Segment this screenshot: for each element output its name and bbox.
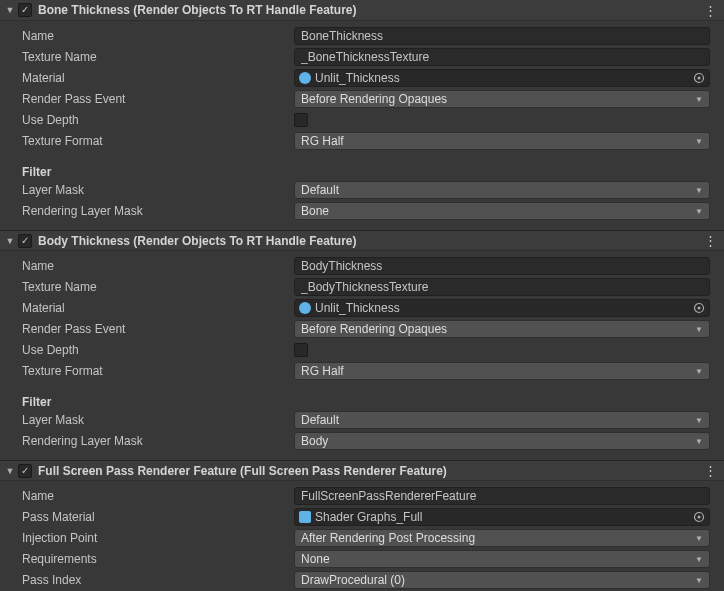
enable-checkbox[interactable] <box>18 464 32 478</box>
foldout-arrow-icon[interactable]: ▼ <box>4 4 16 16</box>
pass-material-object-field[interactable]: Shader Graphs_Full <box>294 508 710 526</box>
section-header-bone-thickness[interactable]: ▼ Bone Thickness (Render Objects To RT H… <box>0 0 724 21</box>
chevron-down-icon: ▼ <box>695 325 703 334</box>
section-header-full-screen-pass[interactable]: ▼ Full Screen Pass Renderer Feature (Ful… <box>0 460 724 481</box>
layer-mask-label: Layer Mask <box>14 413 294 427</box>
rendering-layer-mask-label: Rendering Layer Mask <box>14 434 294 448</box>
pass-index-dropdown[interactable]: DrawProcedural (0) ▼ <box>294 571 710 589</box>
dropdown-value: Before Rendering Opaques <box>301 92 695 106</box>
texture-name-input[interactable] <box>294 48 710 66</box>
layer-mask-dropdown[interactable]: Default ▼ <box>294 411 710 429</box>
svg-point-1 <box>698 77 701 80</box>
texture-format-label: Texture Format <box>14 134 294 148</box>
kebab-menu-icon[interactable]: ⋮ <box>702 233 718 248</box>
foldout-arrow-icon[interactable]: ▼ <box>4 235 16 247</box>
injection-point-dropdown[interactable]: After Rendering Post Processing ▼ <box>294 529 710 547</box>
enable-checkbox[interactable] <box>18 234 32 248</box>
requirements-dropdown[interactable]: None ▼ <box>294 550 710 568</box>
texture-name-label: Texture Name <box>14 50 294 64</box>
dropdown-value: RG Half <box>301 364 695 378</box>
filter-heading: Filter <box>14 165 51 179</box>
name-label: Name <box>14 29 294 43</box>
layer-mask-dropdown[interactable]: Default ▼ <box>294 181 710 199</box>
dropdown-value: Before Rendering Opaques <box>301 322 695 336</box>
chevron-down-icon: ▼ <box>695 95 703 104</box>
kebab-menu-icon[interactable]: ⋮ <box>702 3 718 18</box>
rendering-layer-mask-dropdown[interactable]: Bone ▼ <box>294 202 710 220</box>
pass-index-label: Pass Index <box>14 573 294 587</box>
rendering-layer-mask-label: Rendering Layer Mask <box>14 204 294 218</box>
material-object-field[interactable]: Unlit_Thickness <box>294 299 710 317</box>
use-depth-checkbox[interactable] <box>294 113 308 127</box>
object-picker-icon[interactable] <box>691 509 707 525</box>
material-value: Unlit_Thickness <box>315 71 691 85</box>
use-depth-label: Use Depth <box>14 113 294 127</box>
svg-point-3 <box>698 307 701 310</box>
name-input[interactable] <box>294 27 710 45</box>
name-input[interactable] <box>294 257 710 275</box>
material-value: Unlit_Thickness <box>315 301 691 315</box>
svg-point-5 <box>698 516 701 519</box>
dropdown-value: Default <box>301 413 695 427</box>
chevron-down-icon: ▼ <box>695 534 703 543</box>
chevron-down-icon: ▼ <box>695 437 703 446</box>
dropdown-value: RG Half <box>301 134 695 148</box>
use-depth-label: Use Depth <box>14 343 294 357</box>
use-depth-checkbox[interactable] <box>294 343 308 357</box>
requirements-label: Requirements <box>14 552 294 566</box>
section-title: Bone Thickness (Render Objects To RT Han… <box>36 3 702 17</box>
object-picker-icon[interactable] <box>691 70 707 86</box>
render-pass-event-dropdown[interactable]: Before Rendering Opaques ▼ <box>294 90 710 108</box>
chevron-down-icon: ▼ <box>695 576 703 585</box>
section-title: Body Thickness (Render Objects To RT Han… <box>36 234 702 248</box>
material-icon <box>299 72 311 84</box>
texture-format-dropdown[interactable]: RG Half ▼ <box>294 362 710 380</box>
dropdown-value: Body <box>301 434 695 448</box>
material-label: Material <box>14 71 294 85</box>
section-title: Full Screen Pass Renderer Feature (Full … <box>36 464 702 478</box>
texture-name-input[interactable] <box>294 278 710 296</box>
dropdown-value: DrawProcedural (0) <box>301 573 695 587</box>
chevron-down-icon: ▼ <box>695 367 703 376</box>
material-icon <box>299 302 311 314</box>
pass-material-value: Shader Graphs_Full <box>315 510 691 524</box>
dropdown-value: After Rendering Post Processing <box>301 531 695 545</box>
name-label: Name <box>14 259 294 273</box>
chevron-down-icon: ▼ <box>695 207 703 216</box>
texture-name-label: Texture Name <box>14 280 294 294</box>
enable-checkbox[interactable] <box>18 3 32 17</box>
section-header-body-thickness[interactable]: ▼ Body Thickness (Render Objects To RT H… <box>0 230 724 251</box>
object-picker-icon[interactable] <box>691 300 707 316</box>
material-icon <box>299 511 311 523</box>
render-pass-event-dropdown[interactable]: Before Rendering Opaques ▼ <box>294 320 710 338</box>
pass-material-label: Pass Material <box>14 510 294 524</box>
chevron-down-icon: ▼ <box>695 555 703 564</box>
dropdown-value: Default <box>301 183 695 197</box>
texture-format-label: Texture Format <box>14 364 294 378</box>
kebab-menu-icon[interactable]: ⋮ <box>702 463 718 478</box>
texture-format-dropdown[interactable]: RG Half ▼ <box>294 132 710 150</box>
material-object-field[interactable]: Unlit_Thickness <box>294 69 710 87</box>
name-input[interactable] <box>294 487 710 505</box>
dropdown-value: None <box>301 552 695 566</box>
name-label: Name <box>14 489 294 503</box>
rendering-layer-mask-dropdown[interactable]: Body ▼ <box>294 432 710 450</box>
render-pass-event-label: Render Pass Event <box>14 322 294 336</box>
layer-mask-label: Layer Mask <box>14 183 294 197</box>
foldout-arrow-icon[interactable]: ▼ <box>4 465 16 477</box>
dropdown-value: Bone <box>301 204 695 218</box>
injection-point-label: Injection Point <box>14 531 294 545</box>
filter-heading: Filter <box>14 395 51 409</box>
render-pass-event-label: Render Pass Event <box>14 92 294 106</box>
chevron-down-icon: ▼ <box>695 137 703 146</box>
material-label: Material <box>14 301 294 315</box>
chevron-down-icon: ▼ <box>695 186 703 195</box>
chevron-down-icon: ▼ <box>695 416 703 425</box>
